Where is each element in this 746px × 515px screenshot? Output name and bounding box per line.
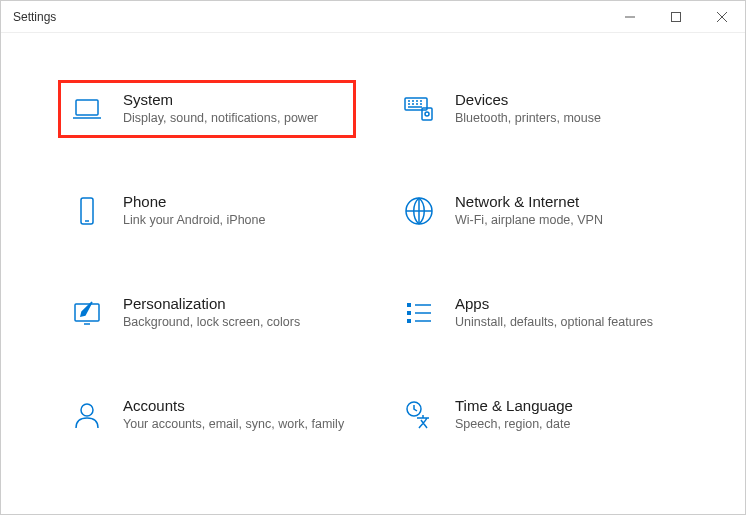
tile-personalization[interactable]: Personalization Background, lock screen,… [61,287,353,339]
tile-desc: Link your Android, iPhone [123,212,345,229]
svg-rect-5 [81,198,93,224]
svg-rect-8 [407,303,411,307]
person-icon [69,397,105,433]
tile-title: Devices [455,91,677,108]
tile-title: System [123,91,333,108]
tile-text: Phone Link your Android, iPhone [123,193,345,229]
minimize-button[interactable] [607,1,653,32]
tile-text: Personalization Background, lock screen,… [123,295,345,331]
window-controls [607,1,745,32]
tile-desc: Background, lock screen, colors [123,314,345,331]
tile-title: Accounts [123,397,345,414]
maximize-button[interactable] [653,1,699,32]
tile-text: Network & Internet Wi-Fi, airplane mode,… [455,193,677,229]
tile-text: Time & Language Speech, region, date [455,397,677,433]
tile-accounts[interactable]: Accounts Your accounts, email, sync, wor… [61,389,353,441]
svg-rect-1 [76,100,98,115]
svg-rect-10 [407,319,411,323]
tile-desc: Uninstall, defaults, optional features [455,314,677,331]
titlebar: Settings [1,1,745,33]
tile-apps[interactable]: Apps Uninstall, defaults, optional featu… [393,287,685,339]
window-title: Settings [13,10,56,24]
minimize-icon [625,12,635,22]
tile-title: Phone [123,193,345,210]
phone-icon [69,193,105,229]
tile-network[interactable]: Network & Internet Wi-Fi, airplane mode,… [393,185,685,237]
tile-system[interactable]: System Display, sound, notifications, po… [61,83,353,135]
tile-title: Network & Internet [455,193,677,210]
tile-time-language[interactable]: Time & Language Speech, region, date [393,389,685,441]
tile-desc: Speech, region, date [455,416,677,433]
tile-desc: Bluetooth, printers, mouse [455,110,677,127]
tile-desc: Display, sound, notifications, power [123,110,333,127]
tile-text: Devices Bluetooth, printers, mouse [455,91,677,127]
svg-rect-9 [407,311,411,315]
tile-title: Time & Language [455,397,677,414]
maximize-icon [671,12,681,22]
tile-phone[interactable]: Phone Link your Android, iPhone [61,185,353,237]
keyboard-devices-icon [401,91,437,127]
paintbrush-monitor-icon [69,295,105,331]
svg-point-11 [81,404,93,416]
tile-desc: Your accounts, email, sync, work, family [123,416,345,433]
tile-text: Apps Uninstall, defaults, optional featu… [455,295,677,331]
tile-desc: Wi-Fi, airplane mode, VPN [455,212,677,229]
tile-devices[interactable]: Devices Bluetooth, printers, mouse [393,83,685,135]
settings-grid: System Display, sound, notifications, po… [61,83,685,441]
svg-rect-0 [672,12,681,21]
time-language-icon [401,397,437,433]
close-icon [717,12,727,22]
tile-title: Personalization [123,295,345,312]
globe-icon [401,193,437,229]
tile-text: System Display, sound, notifications, po… [123,91,333,127]
tile-title: Apps [455,295,677,312]
laptop-icon [69,91,105,127]
tile-text: Accounts Your accounts, email, sync, wor… [123,397,345,433]
close-button[interactable] [699,1,745,32]
settings-content: System Display, sound, notifications, po… [1,33,745,461]
svg-point-4 [425,112,429,116]
list-icon [401,295,437,331]
